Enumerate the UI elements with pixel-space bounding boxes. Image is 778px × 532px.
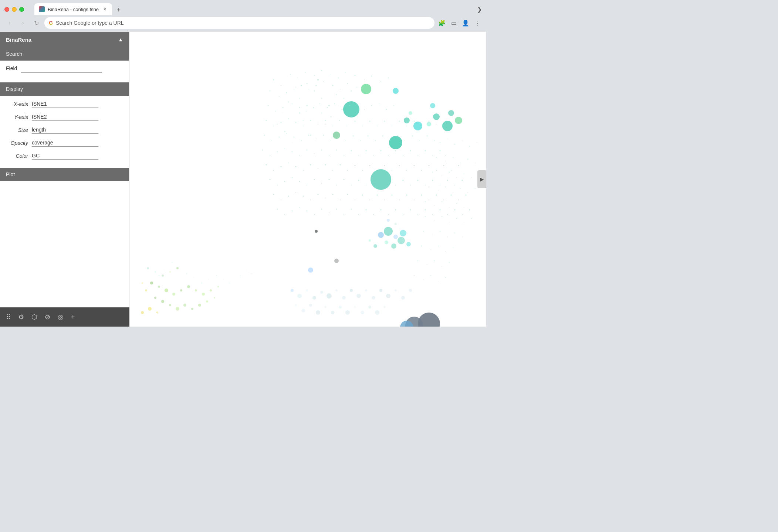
settings-icon[interactable]: ⚙ [18, 313, 24, 321]
svg-point-31 [393, 88, 399, 94]
color-input[interactable] [32, 152, 98, 160]
yaxis-input[interactable] [32, 113, 98, 121]
add-icon[interactable]: + [71, 313, 75, 321]
svg-point-205 [380, 185, 381, 185]
svg-point-60 [279, 96, 280, 97]
maximize-button[interactable] [19, 7, 24, 12]
svg-point-252 [336, 209, 337, 210]
svg-point-390 [434, 220, 435, 221]
reading-mode-icon[interactable]: ▭ [449, 18, 458, 27]
collapse-panel-arrow[interactable]: ▶ [477, 170, 486, 188]
grid-icon[interactable]: ⠿ [6, 313, 11, 321]
svg-point-196 [314, 179, 315, 180]
svg-point-286 [154, 297, 156, 299]
extensions-icon[interactable]: 🧩 [437, 18, 446, 27]
svg-point-298 [145, 289, 147, 291]
svg-point-84 [364, 109, 365, 110]
svg-point-39 [409, 111, 412, 115]
svg-point-99 [339, 120, 340, 121]
reload-button[interactable]: ↻ [31, 18, 41, 28]
svg-point-171 [325, 164, 326, 166]
svg-point-169 [310, 164, 311, 166]
svg-point-11 [295, 87, 297, 88]
svg-point-241 [451, 195, 452, 196]
svg-point-313 [246, 270, 246, 270]
svg-point-131 [397, 136, 398, 137]
svg-point-377 [438, 190, 439, 191]
svg-point-29 [333, 132, 340, 139]
svg-point-62 [294, 89, 294, 89]
svg-point-181 [399, 165, 400, 166]
active-tab[interactable]: BinaRena - contigs.tsne ✕ [34, 3, 112, 15]
svg-point-127 [368, 136, 369, 137]
svg-point-213 [440, 185, 440, 185]
svg-point-350 [339, 306, 342, 308]
svg-point-148 [344, 155, 344, 156]
clear-icon[interactable]: ⊘ [45, 313, 50, 321]
svg-point-165 [281, 166, 282, 167]
circle-icon[interactable]: ◎ [58, 313, 64, 321]
menu-icon[interactable]: ⋮ [473, 18, 482, 27]
svg-point-367 [467, 159, 469, 160]
svg-point-233 [392, 195, 393, 196]
scatter-plot[interactable] [129, 32, 486, 327]
minimize-button[interactable] [12, 7, 17, 12]
svg-point-70 [356, 87, 357, 88]
svg-point-154 [388, 155, 389, 156]
svg-point-316 [384, 227, 393, 236]
polygon-icon[interactable]: ⬡ [31, 313, 37, 321]
field-input[interactable] [21, 65, 102, 73]
svg-point-356 [383, 306, 386, 308]
xaxis-input[interactable] [32, 100, 98, 108]
svg-point-74 [292, 103, 292, 104]
svg-point-30 [371, 169, 391, 190]
svg-point-174 [347, 170, 348, 171]
svg-point-167 [295, 166, 297, 167]
svg-point-52 [338, 78, 339, 79]
profile-icon[interactable]: 👤 [461, 18, 470, 27]
address-bar[interactable]: G Search Google or type a URL [44, 17, 434, 29]
size-input[interactable] [32, 126, 98, 134]
new-tab-button[interactable]: + [114, 5, 124, 15]
svg-point-393 [456, 218, 457, 219]
svg-point-346 [309, 304, 312, 307]
svg-point-105 [384, 121, 385, 122]
svg-point-121 [323, 135, 324, 136]
svg-point-146 [329, 155, 329, 156]
svg-point-98 [332, 126, 333, 126]
svg-point-354 [368, 306, 371, 308]
svg-point-369 [432, 172, 433, 173]
svg-point-419 [334, 259, 339, 263]
svg-point-409 [434, 260, 435, 262]
close-button[interactable] [4, 7, 9, 12]
svg-point-357 [440, 142, 441, 143]
svg-point-178 [377, 170, 378, 171]
svg-point-122 [331, 140, 331, 141]
svg-point-244 [277, 209, 278, 210]
svg-point-337 [365, 289, 367, 291]
svg-point-413 [423, 279, 424, 280]
svg-point-151 [366, 150, 367, 151]
svg-point-102 [362, 126, 363, 126]
svg-point-299 [142, 282, 143, 284]
svg-point-214 [447, 180, 448, 181]
svg-point-349 [331, 311, 335, 314]
svg-point-391 [442, 216, 443, 217]
svg-point-343 [409, 289, 412, 292]
svg-point-341 [395, 289, 397, 291]
forward-button[interactable]: › [18, 18, 28, 28]
svg-point-198 [329, 179, 330, 180]
svg-point-262 [410, 209, 411, 211]
svg-point-136 [434, 140, 435, 141]
svg-point-381 [467, 192, 468, 193]
svg-point-172 [332, 170, 333, 171]
collapse-arrow[interactable]: ▲ [118, 37, 123, 42]
opacity-input[interactable] [32, 139, 98, 147]
svg-point-231 [377, 195, 378, 196]
field-label: Field [6, 65, 17, 71]
svg-point-283 [202, 293, 205, 296]
back-button[interactable]: ‹ [4, 18, 15, 28]
svg-point-28 [361, 84, 371, 94]
yaxis-row: Y-axis [6, 113, 123, 121]
tab-close-button[interactable]: ✕ [102, 6, 108, 12]
